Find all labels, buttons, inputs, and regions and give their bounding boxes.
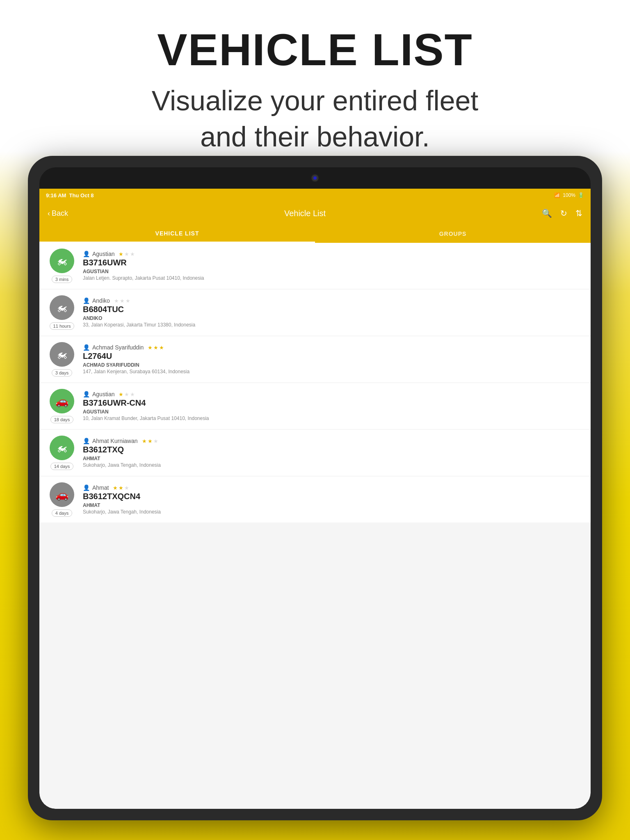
owner-name: AGUSTIAN — [83, 269, 582, 274]
status-time: 9:16 AM Thu Oct 8 — [46, 192, 94, 199]
vehicle-icon: 🏍 — [50, 436, 74, 460]
header-section: VEHICLE LIST Visualize your entired flee… — [0, 0, 630, 155]
user-icon: 👤 — [83, 251, 90, 257]
time-badge: 18 days — [50, 416, 74, 423]
vehicle-info: 👤 Andiko ★★★ B6804TUC ANDIKO 33, Jalan K… — [83, 297, 582, 328]
plate-number: B3716UWR-CN4 — [83, 398, 582, 408]
vehicle-icon: 🚗 — [50, 389, 74, 413]
address: 33, Jalan Koperasi, Jakarta Timur 13380,… — [83, 322, 582, 328]
subtitle: Visualize your entired fleet and their b… — [0, 82, 630, 155]
address: Sukoharjo, Jawa Tengah, Indonesia — [83, 509, 582, 515]
vehicle-info: 👤 Achmad Syarifuddin ★★★ L2764U Achmad S… — [83, 344, 582, 374]
empty-star-icon: ★ — [120, 298, 125, 304]
nav-icons: 🔍 ↻ ⇅ — [542, 208, 582, 218]
vehicle-icon-wrap: 🚗 4 days — [48, 482, 76, 517]
filled-star-icon: ★ — [153, 345, 158, 351]
vehicle-icon-wrap: 🏍 3 days — [48, 342, 76, 377]
empty-star-icon: ★ — [153, 438, 158, 444]
star-rating: ★★★ — [148, 345, 164, 351]
star-rating: ★★★ — [142, 438, 158, 444]
empty-star-icon: ★ — [130, 391, 135, 397]
vehicle-icon: 🏍 — [50, 342, 74, 367]
user-icon: 👤 — [83, 344, 90, 351]
nav-title: Vehicle List — [284, 209, 326, 218]
user-icon: 👤 — [83, 438, 90, 444]
main-title: VEHICLE LIST — [0, 25, 630, 74]
star-rating: ★★★ — [119, 251, 135, 257]
vehicle-icon: 🏍 — [50, 249, 74, 273]
owner-name: ANDIKO — [83, 315, 582, 321]
vehicle-item[interactable]: 🏍 11 hours 👤 Andiko ★★★ B6804TUC ANDIKO … — [39, 290, 591, 336]
tab-groups[interactable]: GROUPS — [315, 225, 591, 243]
vehicle-info: 👤 Agustian ★★★ B3716UWR-CN4 Agustian 10,… — [83, 391, 582, 421]
back-label: Back — [52, 209, 68, 218]
time-badge: 3 mins — [52, 276, 72, 283]
driver-name: Andiko — [92, 297, 110, 304]
driver-row: 👤 Achmad Syarifuddin ★★★ — [83, 344, 582, 351]
star-rating: ★★★ — [114, 298, 130, 304]
empty-star-icon: ★ — [130, 251, 135, 257]
address: 10, Jalan Kramat Bunder, Jakarta Pusat 1… — [83, 415, 582, 421]
empty-star-icon: ★ — [124, 251, 129, 257]
vehicle-item[interactable]: 🏍 3 days 👤 Achmad Syarifuddin ★★★ L2764U… — [39, 336, 591, 382]
filled-star-icon: ★ — [113, 485, 118, 491]
driver-name: Achmad Syarifuddin — [92, 344, 144, 351]
search-icon[interactable]: 🔍 — [542, 208, 552, 218]
status-bar: 9:16 AM Thu Oct 8 📶 100% 🔋 — [39, 189, 591, 202]
subtitle-line2: and their behavior. — [200, 121, 430, 152]
vehicle-item[interactable]: 🚗 18 days 👤 Agustian ★★★ B3716UWR-CN4 Ag… — [39, 383, 591, 429]
plate-number: B3612TXQCN4 — [83, 492, 582, 501]
vehicle-icon: 🏍 — [50, 295, 74, 320]
empty-star-icon: ★ — [126, 298, 130, 304]
tablet-outer: 9:16 AM Thu Oct 8 📶 100% 🔋 ‹ Back Vehicl… — [28, 156, 602, 820]
sort-icon[interactable]: ⇅ — [575, 208, 582, 218]
vehicle-item[interactable]: 🚗 4 days 👤 Ahmat ★★★ B3612TXQCN4 Ahmat S… — [39, 477, 591, 523]
owner-name: Achmad Syarifuddin — [83, 362, 582, 368]
star-rating: ★★★ — [119, 391, 135, 397]
user-icon: 👤 — [83, 391, 90, 397]
owner-name: Agustian — [83, 409, 582, 415]
filled-star-icon: ★ — [119, 251, 123, 257]
vehicle-icon-wrap: 🏍 3 mins — [48, 249, 76, 283]
user-icon: 👤 — [83, 484, 90, 491]
plate-number: B6804TUC — [83, 305, 582, 314]
driver-name: Agustian — [92, 251, 114, 257]
status-right: 📶 100% 🔋 — [554, 192, 584, 198]
filled-star-icon: ★ — [119, 485, 123, 491]
battery-text: 100% — [563, 192, 575, 198]
vehicle-info: 👤 Agustian ★★★ B3716UWR AGUSTIAN Jalan L… — [83, 251, 582, 281]
driver-name: Ahmat Kurniawan — [92, 438, 138, 444]
vehicle-info: 👤 Ahmat ★★★ B3612TXQCN4 Ahmat Sukoharjo,… — [83, 484, 582, 515]
back-button[interactable]: ‹ Back — [48, 209, 68, 218]
tablet-inner: 9:16 AM Thu Oct 8 📶 100% 🔋 ‹ Back Vehicl… — [39, 167, 591, 809]
tablet-wrapper: 9:16 AM Thu Oct 8 📶 100% 🔋 ‹ Back Vehicl… — [28, 156, 602, 820]
tab-vehicle-list[interactable]: VEHICLE LIST — [39, 225, 315, 243]
filled-star-icon: ★ — [148, 438, 153, 444]
owner-name: Ahmat — [83, 456, 582, 461]
driver-row: 👤 Ahmat ★★★ — [83, 484, 582, 491]
user-icon: 👤 — [83, 297, 90, 304]
refresh-icon[interactable]: ↻ — [560, 208, 567, 218]
time-badge: 11 hours — [50, 322, 75, 330]
vehicle-item[interactable]: 🏍 14 days 👤 Ahmat Kurniawan ★★★ B3612TXQ… — [39, 430, 591, 476]
driver-row: 👤 Agustian ★★★ — [83, 391, 582, 397]
vehicle-icon-wrap: 🏍 14 days — [48, 436, 76, 470]
vehicle-icon-wrap: 🚗 18 days — [48, 389, 76, 423]
driver-name: Ahmat — [92, 484, 109, 491]
filled-star-icon: ★ — [142, 438, 147, 444]
address: Jalan Letjen. Suprapto, Jakarta Pusat 10… — [83, 275, 582, 281]
driver-row: 👤 Andiko ★★★ — [83, 297, 582, 304]
time-badge: 4 days — [52, 509, 72, 517]
nav-bar: ‹ Back Vehicle List 🔍 ↻ ⇅ — [39, 202, 591, 225]
time-badge: 14 days — [50, 463, 74, 470]
screen: 9:16 AM Thu Oct 8 📶 100% 🔋 ‹ Back Vehicl… — [39, 189, 591, 809]
filled-star-icon: ★ — [159, 345, 164, 351]
empty-star-icon: ★ — [124, 391, 129, 397]
filled-star-icon: ★ — [148, 345, 153, 351]
owner-name: Ahmat — [83, 502, 582, 508]
filled-star-icon: ★ — [119, 391, 123, 397]
back-chevron-icon: ‹ — [48, 209, 50, 218]
vehicle-list: 🏍 3 mins 👤 Agustian ★★★ B3716UWR AGUSTIA… — [39, 243, 591, 809]
vehicle-item[interactable]: 🏍 3 mins 👤 Agustian ★★★ B3716UWR AGUSTIA… — [39, 243, 591, 289]
driver-row: 👤 Ahmat Kurniawan ★★★ — [83, 438, 582, 444]
